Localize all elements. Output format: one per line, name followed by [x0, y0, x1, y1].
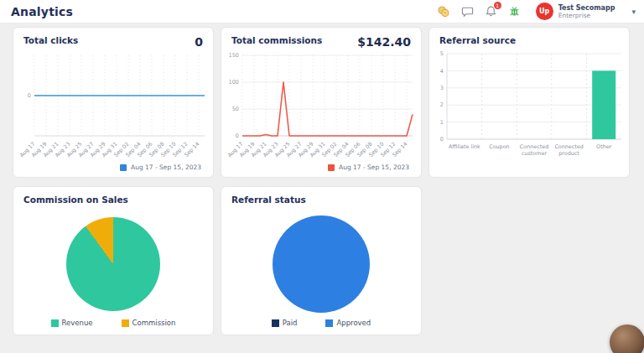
total-clicks-value: 0	[195, 35, 203, 49]
legend-swatch	[120, 164, 127, 171]
page-title: Analytics	[11, 5, 73, 18]
user-avatar: Up	[536, 3, 553, 20]
referral-status-pie-chart	[221, 215, 421, 313]
analytics-page: Analytics 1	[0, 0, 644, 353]
notification-badge: 1	[494, 2, 501, 9]
rewards-coins-icon[interactable]	[437, 4, 451, 18]
pie-legend: Revenue Commission	[13, 319, 213, 327]
referral-source-card: Referral source 543210Affiliate linkCoup…	[428, 27, 630, 178]
legend-swatch	[325, 319, 333, 327]
commission-pie-chart	[13, 217, 213, 311]
chart-legend: Aug 17 - Sep 15, 2023	[221, 164, 409, 171]
support-chat-avatar[interactable]	[610, 324, 644, 353]
legend-label: Aug 17 - Sep 15, 2023	[131, 164, 201, 171]
legend-swatch	[122, 319, 129, 327]
commission-on-sales-card: Commission on Sales Revenue Commission	[13, 186, 214, 335]
svg-text:Affiliate link: Affiliate link	[449, 143, 480, 150]
user-menu[interactable]: Up Test Secomapp Enterprise ▾	[536, 3, 636, 20]
referral-status-card: Referral status Paid Approved	[221, 186, 422, 335]
card-title: Commission on Sales	[23, 195, 128, 205]
top-bar-actions: 1 Up Test Secomapp Enterprise ▾	[437, 3, 644, 20]
card-title: Referral source	[439, 35, 516, 45]
pie-legend: Paid Approved	[221, 319, 421, 327]
legend-swatch	[328, 164, 335, 171]
legend-label: Revenue	[62, 319, 93, 327]
svg-text:Other: Other	[596, 143, 612, 150]
svg-text:0: 0	[28, 92, 31, 99]
svg-text:4: 4	[440, 68, 444, 75]
card-title: Total commissions	[231, 35, 322, 45]
svg-text:1: 1	[440, 119, 444, 126]
svg-text:Connectedproduct: Connectedproduct	[554, 143, 583, 157]
svg-text:3: 3	[440, 85, 444, 91]
svg-text:0: 0	[440, 136, 444, 143]
svg-text:Coupon: Coupon	[489, 143, 509, 150]
legend-swatch	[272, 319, 279, 327]
user-plan: Enterprise	[558, 12, 615, 19]
svg-text:150: 150	[229, 52, 239, 59]
legend-label: Aug 17 - Sep 15, 2023	[339, 164, 409, 171]
svg-text:0: 0	[236, 132, 239, 139]
legend-label: Approved	[336, 319, 371, 327]
svg-text:2: 2	[440, 101, 444, 108]
legend-label: Paid	[283, 319, 298, 327]
svg-text:50: 50	[232, 106, 239, 112]
chat-icon[interactable]	[460, 4, 475, 18]
card-title: Referral status	[231, 195, 306, 205]
svg-text:5: 5	[440, 50, 444, 57]
total-commissions-chart: 150100500Aug 17Aug 19Aug 21Aug 23Aug 25A…	[221, 49, 421, 168]
card-title: Total clicks	[23, 35, 78, 45]
total-clicks-chart: 0Aug 17Aug 19Aug 21Aug 23Aug 25Aug 27Aug…	[13, 49, 213, 168]
bell-icon[interactable]: 1	[484, 4, 498, 18]
top-bar: Analytics 1	[0, 0, 644, 23]
svg-text:Connectedcustomer: Connectedcustomer	[520, 143, 548, 157]
legend-swatch	[51, 319, 59, 327]
total-commissions-card: Total commissions $142.40 150100500Aug 1…	[221, 27, 422, 178]
chevron-down-icon: ▾	[631, 8, 636, 16]
svg-text:100: 100	[229, 79, 239, 86]
total-commissions-value: $142.40	[357, 35, 411, 49]
legend-label: Commission	[132, 319, 176, 327]
referral-source-chart: 543210Affiliate linkCouponConnectedcusto…	[429, 45, 629, 176]
total-clicks-card: Total clicks 0 0Aug 17Aug 19Aug 21Aug 23…	[13, 27, 214, 178]
chart-legend: Aug 17 - Sep 15, 2023	[13, 164, 201, 171]
user-name: Test Secomapp	[558, 4, 615, 12]
bug-icon[interactable]	[507, 4, 522, 18]
